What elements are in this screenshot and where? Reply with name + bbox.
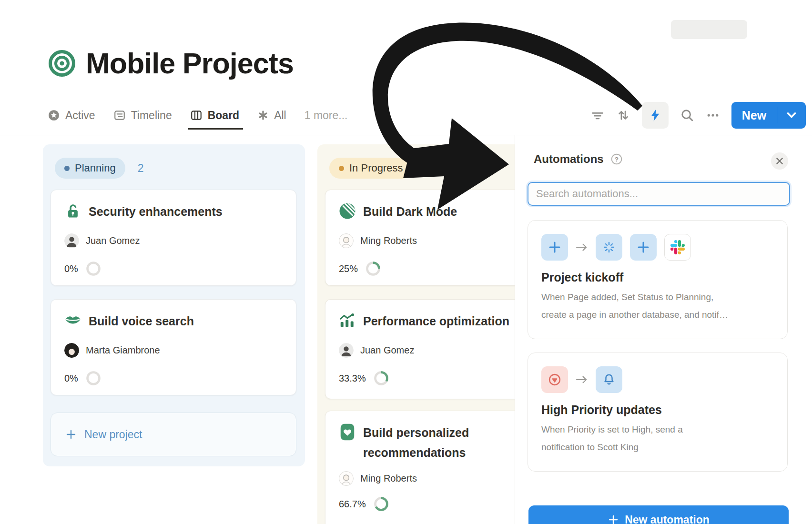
new-automation-button[interactable]: New automation [528, 505, 789, 524]
progress-ring [365, 261, 381, 276]
avatar [64, 343, 79, 358]
avatar [64, 233, 79, 248]
close-icon [776, 157, 783, 165]
search-icon [680, 108, 694, 122]
tabs-more-button[interactable]: 1 more... [304, 109, 348, 122]
automation-card[interactable]: Project kickoff When Page added, Set Sta… [528, 220, 788, 339]
page-title: Mobile Projects [86, 47, 294, 80]
status-dot [339, 166, 344, 171]
app-window: Mobile Projects Active Timeline B [0, 0, 812, 524]
slack-icon [670, 240, 685, 254]
slack-tile [664, 234, 691, 261]
close-panel-button[interactable] [771, 152, 788, 170]
status-label: In Progress [349, 162, 403, 174]
new-automation-label: New automation [625, 514, 710, 524]
status-spinner-icon [602, 241, 616, 254]
card-title: Performance optimization [363, 311, 509, 331]
sort-arrows-icon [617, 109, 630, 122]
asterisk-icon [257, 110, 269, 121]
tab-board[interactable]: Board [190, 109, 239, 122]
priority-icon [548, 373, 561, 386]
progress-label: 33.3% [339, 373, 366, 384]
card-title: Build voice search [89, 311, 194, 331]
faded-tooltip-remnant [671, 20, 747, 39]
project-card[interactable]: Security enhancements Juan Gomez 0% [51, 190, 296, 286]
description-line: When Page added, Set Status to Planning, [541, 288, 774, 306]
project-card[interactable]: Build voice search Marta Giambrone 0% [51, 299, 296, 395]
card-title: Security enhancements [89, 202, 223, 222]
bell-icon [602, 373, 616, 386]
column-header: In Progress [329, 158, 413, 179]
automation-description: When Page added, Set Status to Planning,… [541, 288, 774, 323]
svg-text:?: ? [615, 156, 619, 163]
progress-ring [374, 371, 389, 386]
new-button[interactable]: New [731, 102, 806, 129]
new-dropdown-button[interactable] [777, 112, 806, 118]
automation-title: High Priority updates [541, 403, 774, 417]
priority-tile [541, 366, 568, 393]
plus-icon [548, 241, 561, 254]
board-columns-icon [190, 109, 203, 121]
assignee-name: Juan Gomez [360, 345, 414, 356]
progress-label: 0% [64, 263, 78, 274]
status-dot [64, 166, 70, 171]
status-badge-planning[interactable]: Planning [55, 158, 125, 179]
progress-label: 0% [64, 373, 78, 384]
column-header: Planning 2 [55, 158, 143, 179]
progress-ring [86, 261, 101, 276]
tab-label: Board [208, 109, 239, 122]
project-card[interactable]: Build personalized recommendations Ming … [325, 411, 515, 524]
description-line: When Priority is set to High, send a [541, 421, 774, 438]
project-card[interactable]: Performance optimization Juan Gomez 33.3… [325, 299, 515, 399]
add-page-tile [630, 234, 657, 261]
automations-panel: Automations ? [515, 135, 812, 524]
status-spinner-tile [596, 234, 622, 261]
plus-icon [608, 514, 619, 524]
search-button[interactable] [680, 108, 694, 122]
assignee-name: Ming Roberts [360, 235, 417, 246]
project-card[interactable]: Build Dark Mode Ming Roberts 25% [325, 190, 515, 286]
new-button-label: New [731, 109, 777, 122]
automation-title: Project kickoff [541, 271, 774, 284]
lightning-bolt-icon [648, 108, 662, 122]
bar-chart-icon [339, 312, 356, 329]
lock-icon [64, 202, 81, 220]
description-line: notification to Scott King [541, 438, 774, 456]
tab-active-view[interactable]: Active [48, 109, 95, 122]
column-count: 2 [138, 162, 144, 175]
status-badge-in-progress[interactable]: In Progress [329, 158, 413, 179]
add-step-tile [541, 234, 568, 261]
automations-button[interactable] [642, 102, 669, 129]
panel-title: Automations [534, 152, 604, 166]
plus-icon [65, 429, 77, 440]
assignee-name: Ming Roberts [360, 473, 417, 484]
description-line: create a page in another database, and n… [541, 306, 774, 323]
automation-steps [541, 366, 774, 393]
view-controls: New [590, 101, 806, 130]
view-tabs: Active Timeline Board [48, 101, 347, 130]
bullseye-page-icon[interactable] [48, 50, 76, 77]
chevron-down-icon [787, 112, 796, 118]
arrow-right-icon [576, 242, 588, 252]
avatar [339, 471, 354, 486]
search-wrap [528, 182, 790, 206]
help-icon[interactable]: ? [610, 153, 623, 165]
dark-mode-icon [339, 202, 356, 220]
automation-card[interactable]: High Priority updates When Priority is s… [528, 353, 788, 472]
timeline-icon [113, 109, 126, 121]
more-options-button[interactable] [706, 108, 720, 122]
star-circle-icon [48, 109, 60, 121]
tab-all[interactable]: All [257, 109, 286, 122]
filter-button[interactable] [590, 108, 605, 122]
automation-description: When Priority is set to High, send a not… [541, 421, 774, 456]
tab-label: All [274, 109, 286, 122]
sort-button[interactable] [616, 108, 630, 122]
search-automations-input[interactable] [528, 182, 790, 206]
tab-timeline[interactable]: Timeline [113, 109, 172, 122]
progress-label: 25% [339, 263, 358, 274]
new-project-label: New project [84, 428, 142, 441]
ellipsis-icon [706, 108, 720, 122]
new-project-button[interactable]: New project [51, 413, 296, 456]
assignee-name: Juan Gomez [86, 235, 140, 246]
card-title: Build Dark Mode [363, 202, 457, 222]
